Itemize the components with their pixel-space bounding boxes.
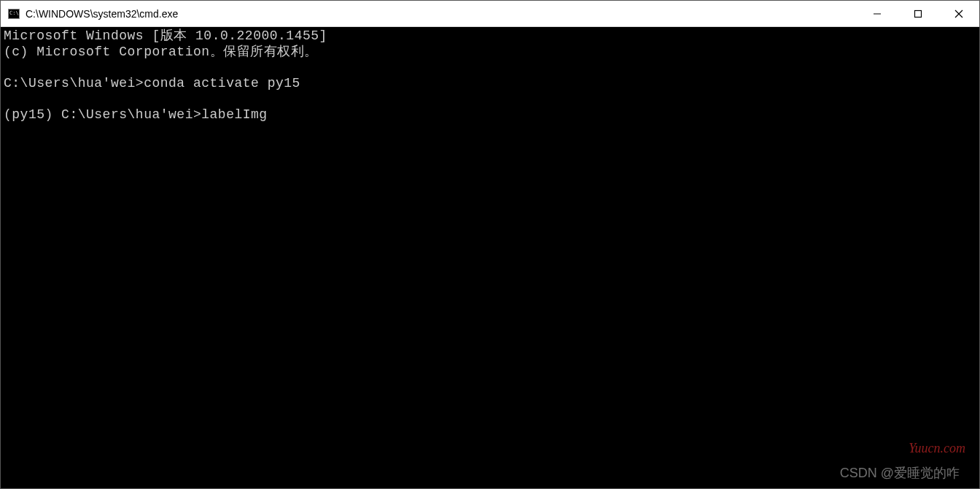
close-icon [954, 9, 963, 18]
minimize-icon [873, 9, 882, 18]
terminal-output[interactable]: Microsoft Windows [版本 10.0.22000.1455] (… [1, 27, 979, 488]
close-button[interactable] [938, 1, 979, 26]
maximize-icon [914, 9, 922, 18]
minimize-button[interactable] [857, 1, 898, 26]
titlebar[interactable]: C:\WINDOWS\system32\cmd.exe [1, 1, 979, 27]
cmd-icon [8, 9, 20, 19]
cmd-window: C:\WINDOWS\system32\cmd.exe Microsoft Wi… [0, 0, 980, 489]
svg-rect-1 [915, 10, 922, 17]
maximize-button[interactable] [898, 1, 938, 26]
window-controls [857, 1, 979, 26]
window-title: C:\WINDOWS\system32\cmd.exe [26, 8, 857, 20]
